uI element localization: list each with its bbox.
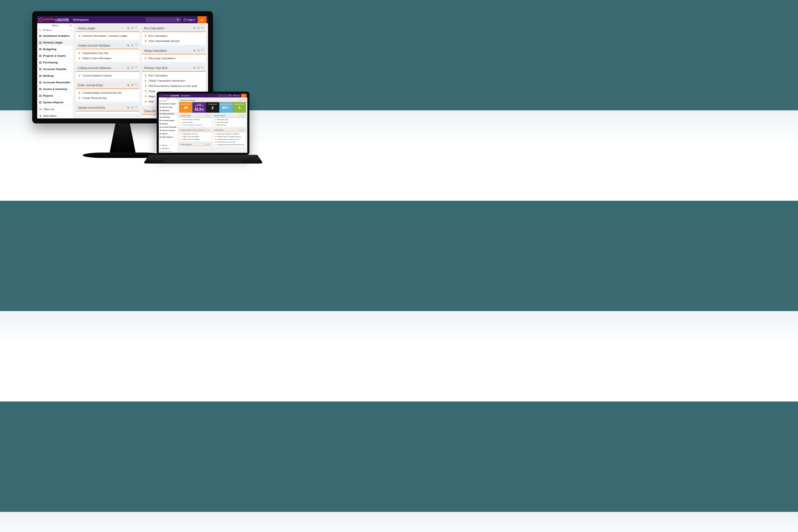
card-item[interactable]: $Roll Encumbrance Balances to next year bbox=[142, 83, 206, 89]
sidebar-item[interactable]: General Ledger bbox=[37, 39, 73, 46]
refresh-icon[interactable] bbox=[240, 129, 241, 131]
refresh-icon[interactable] bbox=[127, 66, 130, 70]
refresh-icon[interactable] bbox=[205, 129, 207, 131]
sidebar-item[interactable]: Budgeting bbox=[37, 46, 73, 53]
user-avatar[interactable]: JL bbox=[197, 16, 206, 23]
sidebar-item[interactable]: Assets & Inventory bbox=[37, 86, 73, 93]
card-item[interactable]: $Person/Entity Information bbox=[179, 118, 212, 121]
help-icon[interactable] bbox=[197, 26, 199, 30]
sidebar-item[interactable]: Budgeting bbox=[159, 109, 178, 112]
sidebar-item[interactable]: General Ledger bbox=[159, 106, 178, 109]
refresh-icon[interactable] bbox=[205, 115, 207, 117]
sidebar-mainmenu[interactable]: ⋔ Main Menu bbox=[159, 147, 178, 150]
chevup-icon[interactable] bbox=[209, 129, 211, 131]
refresh-icon[interactable] bbox=[127, 83, 130, 87]
card-item[interactable]: $Grant Reporting bbox=[213, 121, 246, 124]
help-icon[interactable] bbox=[208, 129, 209, 131]
sidebar-item[interactable]: Dashboard Analytics bbox=[159, 102, 178, 106]
card-item[interactable]: $Run Calculation bbox=[142, 73, 206, 78]
card-item[interactable]: $Run Calculation bbox=[142, 33, 206, 38]
chevup-icon[interactable] bbox=[135, 106, 137, 109]
sidebar-folder[interactable]: Finance bbox=[37, 28, 73, 33]
chevup-icon[interactable] bbox=[201, 66, 204, 70]
help-icon[interactable] bbox=[242, 115, 243, 117]
help-icon[interactable] bbox=[131, 44, 133, 47]
help-menu[interactable]: ? Help bbox=[184, 18, 195, 21]
card-item[interactable]: $Object Code Information bbox=[179, 135, 212, 138]
sidebar-item[interactable]: Dashboard Analytics bbox=[37, 33, 73, 39]
card-item[interactable]: $Recurring Calculations bbox=[142, 56, 206, 61]
help-menu[interactable]: ? Help bbox=[233, 95, 240, 97]
card-item[interactable]: $Organization Key Info. bbox=[179, 133, 212, 135]
help-icon[interactable] bbox=[131, 106, 133, 109]
sidebar-item[interactable]: Accounts Receivable bbox=[37, 79, 73, 86]
chevup-icon[interactable] bbox=[135, 44, 137, 47]
close-icon[interactable] bbox=[176, 98, 177, 99]
chevup-icon[interactable] bbox=[244, 99, 245, 101]
sidebar-item[interactable]: Projects & Grants bbox=[37, 53, 73, 59]
sidebar-item[interactable]: Accounts Payable bbox=[159, 119, 178, 122]
chevup-icon[interactable] bbox=[135, 83, 137, 87]
chevup-icon[interactable] bbox=[244, 129, 245, 131]
card-item[interactable]: $Grant Closure bbox=[213, 124, 246, 126]
help-icon[interactable] bbox=[131, 66, 133, 70]
sidebar-item[interactable]: System Reports bbox=[37, 99, 73, 106]
card-item[interactable]: $Default Account Mapping bbox=[179, 138, 212, 141]
card-item[interactable]: $Account Balance Inquiry bbox=[76, 73, 139, 78]
card-item[interactable]: $Secondary Transaction Definition bbox=[213, 133, 246, 135]
sidebar-item[interactable]: Banking bbox=[37, 73, 73, 79]
kpi-tile[interactable]: Active Grants8 bbox=[206, 102, 219, 113]
chevup-icon[interactable] bbox=[244, 115, 245, 117]
card-item[interactable]: $Organization Key Info. bbox=[76, 51, 139, 56]
chevup-icon[interactable] bbox=[209, 144, 211, 145]
refresh-icon[interactable] bbox=[193, 66, 196, 70]
chevup-icon[interactable] bbox=[201, 26, 204, 30]
kpi-tile[interactable]: Proposed Grants4 bbox=[233, 102, 246, 113]
help-icon[interactable] bbox=[242, 99, 243, 101]
kpi-tile[interactable]: Capital Projects28 bbox=[179, 102, 192, 113]
sidebar-mainmenu[interactable]: ⋔ Main Menu bbox=[37, 112, 73, 118]
user-avatar[interactable]: JL bbox=[241, 94, 246, 97]
card-item[interactable]: $Object Code Information bbox=[76, 56, 139, 61]
refresh-icon[interactable] bbox=[127, 44, 130, 47]
sidebar-item[interactable]: Assets & Inventory bbox=[159, 129, 178, 132]
card-item[interactable]: $Create/Update Journal Entry Set bbox=[76, 90, 139, 95]
chevup-icon[interactable] bbox=[135, 26, 137, 30]
card-item[interactable]: $Create/Update Accounts Receivable Set bbox=[213, 144, 246, 146]
sidebar-folder[interactable]: Finance bbox=[159, 100, 178, 102]
help-icon[interactable] bbox=[131, 83, 133, 87]
sidebar-advanced[interactable]: Advanced Options bbox=[159, 150, 178, 153]
kpi-tile[interactable]: Capital Expenditures$1.5 M bbox=[192, 102, 206, 113]
sidebar-item[interactable]: Purchasing bbox=[159, 116, 178, 119]
close-icon[interactable] bbox=[70, 24, 72, 27]
sidebar-item[interactable]: Banking bbox=[159, 122, 178, 126]
refresh-icon[interactable] bbox=[205, 144, 207, 145]
help-icon[interactable] bbox=[197, 66, 199, 70]
global-search-input[interactable] bbox=[217, 94, 232, 97]
refresh-icon[interactable] bbox=[240, 115, 241, 117]
global-search-input[interactable] bbox=[146, 17, 181, 22]
card-item[interactable]: $Grant Data Entry bbox=[213, 118, 246, 121]
sidebar-item[interactable]: Projects & Grants bbox=[159, 112, 178, 116]
card-item[interactable]: $Create AR Set from JE Set bbox=[213, 141, 246, 144]
help-icon[interactable] bbox=[131, 26, 133, 30]
help-icon[interactable] bbox=[208, 144, 209, 145]
sidebar-item[interactable]: Reports bbox=[37, 93, 73, 99]
sidebar-tasklist[interactable]: Task List bbox=[37, 106, 73, 112]
help-icon[interactable] bbox=[208, 115, 209, 117]
card-item[interactable]: $UNDO Transaction Distribution bbox=[142, 78, 206, 83]
refresh-icon[interactable] bbox=[193, 49, 196, 52]
sidebar-item[interactable]: System Reports bbox=[159, 135, 178, 139]
sidebar-item[interactable]: Reports bbox=[159, 132, 178, 135]
card-item[interactable]: $View Intermediate Results bbox=[142, 38, 206, 44]
card-item[interactable]: $Project Allocation Information bbox=[179, 124, 212, 126]
help-icon[interactable] bbox=[242, 129, 243, 131]
kpi-tile[interactable]: Grant $ Receivable$97 K bbox=[219, 102, 232, 113]
card-item[interactable]: $Create Reversal Set bbox=[76, 95, 139, 100]
chevup-icon[interactable] bbox=[135, 66, 137, 70]
card-item[interactable]: $General Information - General Ledger bbox=[76, 33, 139, 38]
sidebar-item[interactable]: Accounts Receivable bbox=[159, 126, 178, 129]
sidebar-item[interactable]: Purchasing bbox=[37, 59, 73, 66]
refresh-icon[interactable] bbox=[193, 26, 196, 30]
card-item[interactable]: $Vendor Inquiry bbox=[179, 121, 212, 124]
